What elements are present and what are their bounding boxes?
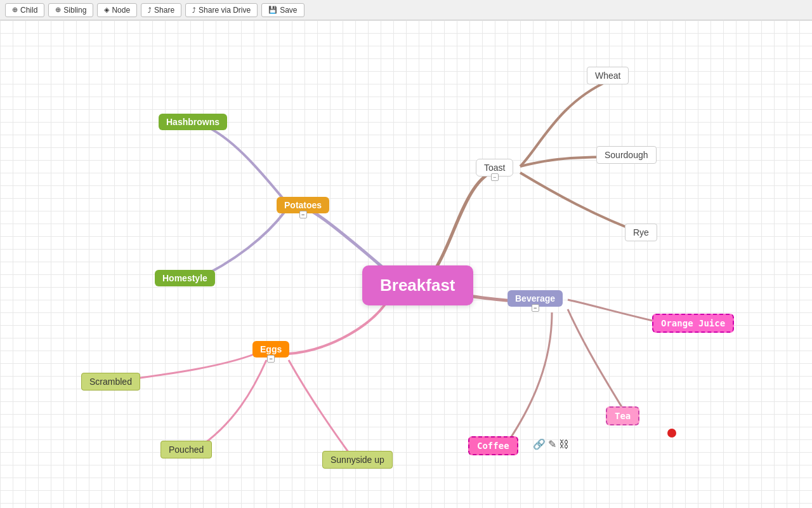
coffee-node[interactable]: Coffee bbox=[468, 436, 518, 455]
link-icon[interactable]: ⛓ bbox=[559, 439, 569, 450]
node-button[interactable]: ◈ Node bbox=[97, 3, 137, 17]
sourdough-node[interactable]: Sourdough bbox=[596, 146, 657, 164]
node-icon: ◈ bbox=[104, 6, 109, 14]
orange-juice-node[interactable]: Orange Juice bbox=[652, 314, 734, 333]
connections-svg bbox=[0, 20, 812, 508]
hashbrowns-node[interactable]: Hashbrowns bbox=[159, 114, 227, 130]
edit-icon[interactable]: ✎ bbox=[548, 438, 556, 450]
toast-node[interactable]: Toast − bbox=[476, 159, 513, 177]
homestyle-node[interactable]: Homestyle bbox=[155, 270, 215, 286]
mind-map-canvas: Breakfast Toast − Wheat Sourdough Rye Po… bbox=[0, 20, 812, 508]
tea-node[interactable]: Tea bbox=[606, 406, 639, 425]
save-icon: 💾 bbox=[268, 6, 277, 14]
child-button[interactable]: ⊕ Child bbox=[5, 3, 44, 17]
toast-collapse[interactable]: − bbox=[491, 173, 499, 181]
toolbar: ⊕ Child ⊕ Sibling ◈ Node ⤴ Share ⤴ Share… bbox=[0, 0, 812, 20]
sibling-button[interactable]: ⊕ Sibling bbox=[48, 3, 93, 17]
share-button[interactable]: ⤴ Share bbox=[141, 3, 181, 17]
breakfast-node[interactable]: Breakfast bbox=[362, 265, 473, 305]
coffee-context-icons: 🔗 ✎ ⛓ bbox=[533, 438, 569, 450]
pouched-node[interactable]: Pouched bbox=[160, 441, 212, 458]
sunnyside-node[interactable]: Sunnyside up bbox=[322, 451, 393, 469]
save-button[interactable]: 💾 Save bbox=[261, 3, 304, 17]
sibling-icon: ⊕ bbox=[55, 6, 61, 14]
eggs-collapse[interactable]: − bbox=[267, 355, 275, 363]
eggs-node[interactable]: Eggs − bbox=[252, 341, 289, 358]
share-drive-button[interactable]: ⤴ Share via Drive bbox=[185, 3, 258, 17]
red-dot-indicator bbox=[667, 429, 676, 438]
potatoes-node[interactable]: Potatoes − bbox=[277, 197, 329, 213]
beverage-collapse[interactable]: − bbox=[532, 304, 539, 312]
child-icon: ⊕ bbox=[12, 6, 18, 14]
share-icon: ⤴ bbox=[148, 6, 152, 14]
beverage-node[interactable]: Beverage − bbox=[508, 290, 563, 307]
rye-node[interactable]: Rye bbox=[625, 224, 657, 241]
wheat-node[interactable]: Wheat bbox=[587, 67, 629, 84]
unlink-icon[interactable]: 🔗 bbox=[533, 438, 546, 450]
share-drive-icon: ⤴ bbox=[192, 6, 196, 14]
potatoes-collapse[interactable]: − bbox=[299, 211, 307, 218]
scrambled-node[interactable]: Scrambled bbox=[81, 373, 140, 391]
